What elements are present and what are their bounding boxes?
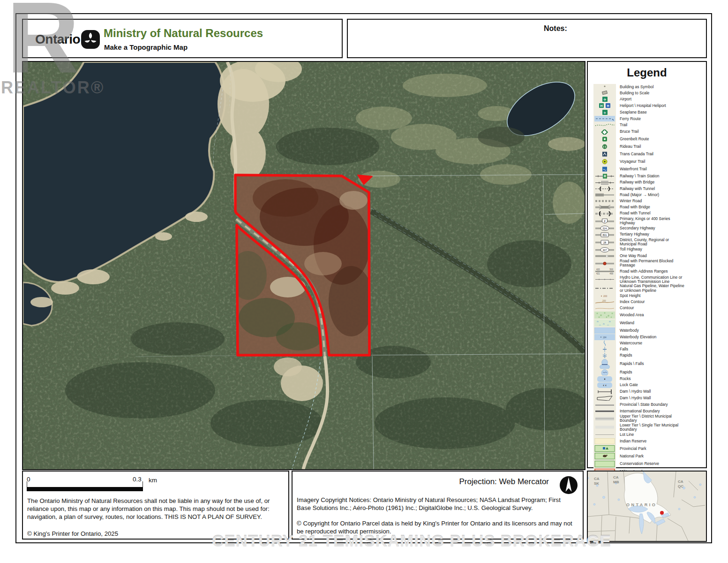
kings-printer-copyright: © King's Printer for Ontario, 2025: [27, 530, 118, 538]
svg-text:200: 200: [603, 295, 608, 297]
legend-symbol-contour-icon: [593, 305, 616, 311]
legend-item-label: Secondary Highway: [616, 226, 685, 230]
svg-text:R: R: [604, 175, 606, 178]
legend-item-label: Provincial Park: [616, 447, 685, 451]
svg-text:184: 184: [603, 336, 607, 338]
legend-symbol-dam1-icon: [593, 388, 616, 395]
legend-item: Building as Symbol: [593, 84, 705, 90]
legend-item-label: Wooded Area: [616, 313, 685, 317]
legend-symbol-pipeline-icon: [593, 284, 616, 293]
svg-text:420: 420: [596, 268, 600, 271]
legend-symbol-spot-icon: 200: [593, 293, 616, 299]
svg-text:H: H: [607, 104, 609, 107]
legend-symbol-tct-icon: [593, 151, 616, 158]
legend-symbol-airport-icon: ✈: [593, 96, 616, 102]
legend-item-label: Heliport \ Hospital Heliport: [616, 104, 685, 108]
legend-item: Hydro Line, Communication Line or Unknow…: [593, 275, 705, 284]
legend-item-label: Trans Canada Trail: [616, 152, 685, 156]
legend-item: Rideau Trail: [593, 143, 705, 151]
header-box: Ontario Ministry of Natural Resources Ma…: [22, 19, 343, 58]
ontario-wordmark: Ontario: [35, 32, 80, 47]
legend-item-label: National Park: [616, 454, 685, 458]
legend-items: Building as SymbolBuilding to Scale✈Airp…: [593, 84, 705, 475]
topographic-map: [22, 61, 585, 470]
legend-symbol-railtunnel-icon: [593, 186, 616, 192]
legend-item-label: Toll Highway: [616, 247, 685, 251]
legend-item: Railway with Tunnel: [593, 186, 705, 192]
legend-item: Natural Gas Pipeline, Water Pipeline or …: [593, 284, 705, 293]
legend-item-label: Hydro Line, Communication Line or Unknow…: [616, 275, 685, 284]
app-subtitle: Make a Topographic Map: [104, 43, 188, 51]
legend-item-label: Index Contour: [616, 300, 685, 304]
legend-symbol-watercourse-icon: [593, 340, 616, 346]
svg-text:✈: ✈: [603, 98, 607, 102]
legend-item-label: Watercourse: [616, 341, 685, 345]
legend-item: Dam \ Hydro Wall: [593, 395, 705, 402]
legend-item-label: Rocks: [616, 377, 685, 381]
legend-item: ‹ ‹Lock Gate: [593, 382, 705, 388]
legend-item-label: Provincial \ State Boundary: [616, 403, 685, 407]
location-marker: [660, 511, 664, 515]
legend-item-label: Rapids: [616, 353, 685, 358]
legend-item-label: Building to Scale: [616, 91, 685, 95]
svg-text:200: 200: [602, 300, 606, 302]
legend-symbol-seaplane-icon: ✈: [593, 109, 616, 115]
legend-item-label: Tertiary Highway: [616, 232, 685, 236]
legend-symbol-rapidsfalls-icon: [593, 358, 616, 369]
legend-symbol-reserve-icon: [593, 438, 616, 445]
legend-symbol-addr-icon: 420500421499: [593, 268, 616, 275]
legend-symbol-trail-icon: [593, 122, 616, 128]
legend-item: National Park: [593, 452, 705, 460]
legend-item-label: District, County, Regional or Municipal …: [616, 238, 685, 247]
legend-item-label: One Way Road: [616, 254, 685, 258]
legend-item-label: Natural Gas Pipeline, Water Pipeline or …: [616, 284, 685, 293]
legend-panel: Legend Building as SymbolBuilding to Sca…: [587, 61, 707, 468]
svg-text:524: 524: [603, 227, 607, 230]
svg-text:421: 421: [596, 272, 600, 274]
legend-symbol-blocked-icon: [593, 259, 616, 268]
legend-item: Road (Major → Minor): [593, 192, 705, 198]
legend-symbol-rideau-icon: [593, 143, 616, 151]
legend-item-label: Road with Address Ranges: [616, 269, 685, 274]
legend-item: Trans Canada Trail: [593, 151, 705, 158]
legend-item: 801Tertiary Highway: [593, 232, 705, 238]
legend-item-label: Wetland: [616, 321, 685, 325]
legend-item-label: Waterbody Elevation: [616, 335, 685, 339]
legend-item: Road with Tunnel: [593, 211, 705, 217]
legend-symbol-hwyshield-icon: 7: [593, 217, 616, 226]
legend-item: Indian Reserve: [593, 438, 705, 445]
legend-item: 200Spot Height: [593, 293, 705, 299]
aerial-imagery: [23, 62, 585, 469]
legend-item: Watercourse: [593, 340, 705, 346]
legend-item: 407Toll Highway: [593, 246, 705, 252]
legend-item-label: Rapids: [616, 370, 685, 374]
legend-symbol-rapids1-icon: [593, 352, 616, 358]
legend-item-label: Bruce Trail: [616, 129, 685, 134]
imagery-copyright: Imagery Copyright Notices: Ontario Minis…: [297, 496, 576, 512]
legend-symbol-intlb-icon: [593, 408, 616, 414]
legend-symbol-falls-icon: [593, 346, 616, 352]
legend-item-label: Railway with Bridge: [616, 180, 685, 184]
legend-symbol-wbelev-icon: 184: [593, 334, 616, 340]
legend-item-label: International Boundary: [616, 409, 685, 413]
legend-item-label: Conservation Reserve: [616, 462, 685, 466]
legend-item-label: Lot Line: [616, 433, 685, 437]
svg-text:✈: ✈: [604, 111, 607, 114]
legend-item: 524Secondary Highway: [593, 225, 705, 231]
legend-item: Voyageur Trail: [593, 158, 705, 166]
legend-item: Bruce Trail: [593, 129, 705, 136]
legend-item-label: Rideau Trail: [616, 145, 685, 149]
legend-item: Upper Tier \ District Municipal Boundary: [593, 414, 705, 423]
north-arrow-icon: [559, 475, 578, 495]
legend-symbol-icontour-icon: 200: [593, 299, 616, 305]
legend-symbol-dam2-icon: [593, 395, 616, 402]
svg-text:801: 801: [602, 233, 607, 236]
legend-symbol-lowerb-icon: [593, 423, 616, 432]
svg-text:28: 28: [603, 241, 606, 243]
legend-item: 200Index Contour: [593, 299, 705, 305]
legend-item-label: Road with Tunnel: [616, 211, 685, 215]
legend-item: Falls: [593, 346, 705, 352]
legend-symbol-hwyrect-icon: 28: [593, 238, 616, 247]
legend-item: Wooded Area: [593, 311, 705, 319]
legend-item-label: Waterfront Trail: [616, 167, 685, 171]
